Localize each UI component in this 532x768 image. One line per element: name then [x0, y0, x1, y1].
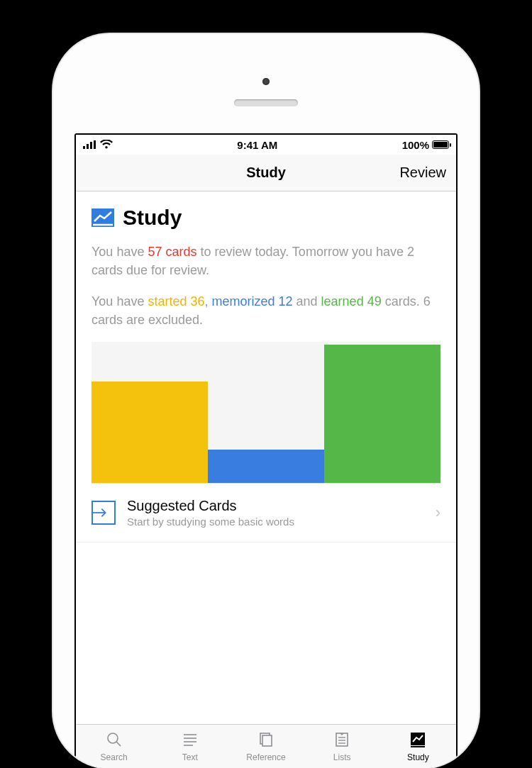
phone-camera-dot	[262, 78, 270, 85]
suggested-cards-subtitle: Start by studying some basic words	[127, 516, 424, 528]
summary-line-2: You have started 36, memorized 12 and le…	[92, 292, 440, 329]
started-count: started 36	[148, 294, 204, 308]
phone-frame: 9:41 AM 100% Study Review Study	[53, 34, 479, 768]
suggested-cards-title: Suggested Cards	[127, 498, 424, 514]
suggested-cards-row[interactable]: Suggested Cards Start by studying some b…	[76, 484, 456, 542]
spacer	[76, 542, 456, 724]
search-icon	[104, 731, 124, 750]
suggested-cards-body: Suggested Cards Start by studying some b…	[127, 498, 424, 528]
chevron-right-icon: ›	[436, 503, 440, 522]
tab-reference[interactable]: Reference	[228, 725, 304, 768]
tab-label: Lists	[333, 752, 351, 762]
learned-count: learned 49	[321, 294, 382, 308]
progress-bar-chart	[92, 342, 440, 484]
study-section: Study You have 57 cards to review today.…	[76, 191, 456, 342]
summary-text: and	[293, 294, 321, 308]
status-left	[83, 139, 113, 151]
wifi-icon	[100, 139, 113, 151]
tab-study[interactable]: Study	[380, 725, 456, 768]
status-right: 100%	[402, 139, 449, 151]
nav-bar: Study Review	[76, 155, 456, 191]
tab-text[interactable]: Text	[152, 725, 228, 768]
chart-bar-memorized	[208, 450, 324, 484]
svg-rect-2	[90, 142, 92, 149]
chart-icon	[408, 731, 428, 750]
tab-label: Text	[182, 752, 198, 762]
content-area: Study You have 57 cards to review today.…	[76, 191, 456, 768]
chart-container	[76, 342, 456, 484]
status-bar: 9:41 AM 100%	[76, 135, 456, 155]
summary-text: You have	[92, 245, 148, 259]
battery-percent: 100%	[402, 139, 429, 151]
signal-icon	[83, 139, 97, 151]
heading-row: Study	[92, 206, 440, 230]
summary-text: cards.	[382, 294, 423, 308]
tab-label: Search	[101, 752, 128, 762]
battery-icon	[432, 140, 449, 149]
summary-text: are excluded.	[123, 313, 203, 327]
list-icon	[332, 731, 352, 750]
svg-rect-0	[83, 146, 85, 149]
svg-rect-3	[94, 140, 96, 149]
svg-point-6	[108, 733, 118, 743]
enter-arrow-icon	[92, 501, 116, 525]
svg-rect-1	[87, 144, 89, 149]
status-time: 9:41 AM	[237, 139, 277, 151]
summary-line-1: You have 57 cards to review today. Tomor…	[92, 243, 440, 279]
page-title: Study	[123, 206, 182, 230]
nav-review-button[interactable]: Review	[399, 165, 446, 181]
summary-text: ,	[204, 294, 211, 308]
study-chart-icon	[92, 208, 114, 227]
tab-bar: Search Text Reference Lists Study	[76, 724, 456, 768]
tab-lists[interactable]: Lists	[304, 725, 380, 768]
svg-line-7	[116, 742, 121, 746]
cards-due-count: 57 cards	[148, 245, 196, 259]
chart-bar-learned	[324, 345, 440, 483]
tab-label: Reference	[246, 752, 285, 762]
memorized-count: memorized 12	[212, 294, 293, 308]
phone-speaker	[234, 99, 298, 106]
cards-stack-icon	[256, 731, 276, 750]
screen: 9:41 AM 100% Study Review Study	[74, 133, 458, 768]
svg-rect-13	[262, 735, 272, 746]
nav-title: Study	[246, 165, 286, 181]
tab-search[interactable]: Search	[76, 725, 152, 768]
text-lines-icon	[180, 731, 200, 750]
chart-bar-started	[92, 382, 208, 483]
summary-text: You have	[92, 294, 148, 308]
tab-label: Study	[407, 752, 429, 762]
